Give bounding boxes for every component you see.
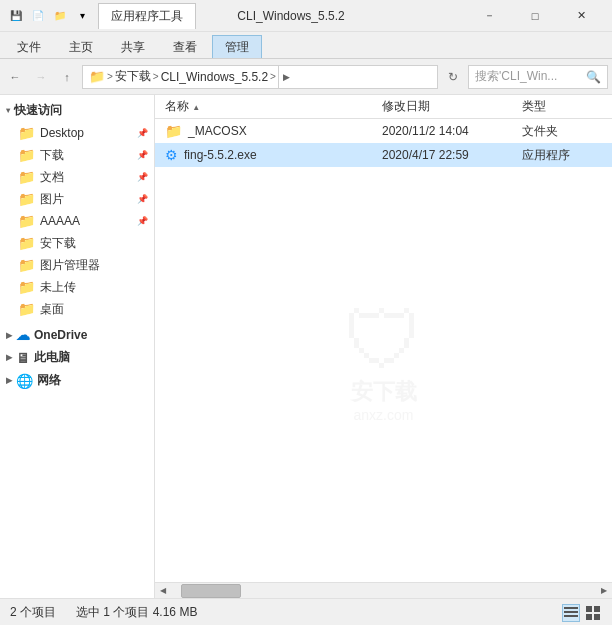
- sidebar-item-desktop[interactable]: 📁 Desktop 📌: [0, 122, 154, 144]
- sidebar-section-network[interactable]: ▶ 🌐 网络: [0, 369, 154, 392]
- fing-date: 2020/4/17 22:59: [382, 148, 522, 162]
- this-pc-arrow: ▶: [6, 353, 12, 362]
- watermark: 🛡 安下载 anxz.com: [344, 295, 424, 423]
- dropdown-icon[interactable]: ▾: [74, 8, 90, 24]
- sidebar-item-anzai[interactable]: 📁 安下载: [0, 232, 154, 254]
- hscroll-left-btn[interactable]: ◀: [155, 583, 171, 599]
- search-icon: 🔍: [586, 70, 601, 84]
- blank-icon: 📄: [30, 8, 46, 24]
- save-icon: 💾: [8, 8, 24, 24]
- col-date[interactable]: 修改日期: [382, 98, 522, 115]
- sort-arrow: ▲: [192, 103, 200, 112]
- breadcrumb-dropdown[interactable]: ▶: [278, 65, 294, 89]
- col-type[interactable]: 类型: [522, 98, 602, 115]
- svg-rect-1: [564, 611, 578, 613]
- quick-access-label: 快速访问: [14, 102, 62, 119]
- tab-file[interactable]: 文件: [4, 36, 54, 58]
- breadcrumb-item-downloads[interactable]: 安下载: [115, 68, 151, 85]
- col-type-label: 类型: [522, 99, 546, 113]
- sidebar-item-aaaaa[interactable]: 📁 AAAAA 📌: [0, 210, 154, 232]
- up-button[interactable]: ↑: [56, 66, 78, 88]
- ribbon: 文件 主页 共享 查看 管理: [0, 32, 612, 59]
- watermark-text: 安下载: [344, 377, 424, 407]
- hscroll-right-btn[interactable]: ▶: [596, 583, 612, 599]
- col-name-label: 名称: [165, 99, 189, 113]
- tab-share[interactable]: 共享: [108, 36, 158, 58]
- tab-view[interactable]: 查看: [160, 36, 210, 58]
- svg-rect-0: [564, 607, 578, 609]
- details-view-icon: [564, 606, 578, 620]
- macosx-name: _MACOSX: [188, 124, 382, 138]
- folder-quick-icon: 📁: [52, 8, 68, 24]
- documents-folder-icon: 📁: [18, 169, 35, 185]
- statusbar: 2 个项目 选中 1 个项目 4.16 MB: [0, 598, 612, 625]
- svg-rect-2: [564, 615, 578, 617]
- main-layout: ▾ 快速访问 📁 Desktop 📌 📁 下载 📌 📁 文档 📌 📁 图片 📌 …: [0, 95, 612, 598]
- sidebar-item-pictures-label: 图片: [40, 191, 64, 208]
- sidebar-item-notup-label: 未上传: [40, 279, 76, 296]
- titlebar-quick-icons: 💾 📄 📁 ▾: [8, 8, 90, 24]
- sidebar-item-anzai-label: 安下载: [40, 235, 76, 252]
- sidebar-item-documents[interactable]: 📁 文档 📌: [0, 166, 154, 188]
- tab-home[interactable]: 主页: [56, 36, 106, 58]
- search-box[interactable]: 搜索'CLI_Win... 🔍: [468, 65, 608, 89]
- sidebar-item-downloads-label: 下载: [40, 147, 64, 164]
- imgmgr-folder-icon: 📁: [18, 257, 35, 273]
- maximize-button[interactable]: □: [512, 0, 558, 32]
- item-count: 2 个项目: [10, 604, 56, 621]
- sidebar-item-pictures[interactable]: 📁 图片 📌: [0, 188, 154, 210]
- svg-rect-5: [586, 614, 592, 620]
- notup-folder-icon: 📁: [18, 279, 35, 295]
- forward-button[interactable]: →: [30, 66, 52, 88]
- sidebar-item-desktop2[interactable]: 📁 桌面: [0, 298, 154, 320]
- titlebar: 💾 📄 📁 ▾ 应用程序工具 CLI_Windows_5.5.2 － □ ✕: [0, 0, 612, 32]
- sidebar-item-imgmgr[interactable]: 📁 图片管理器: [0, 254, 154, 276]
- watermark-bag-icon: 🛡: [344, 295, 424, 387]
- tab-manage[interactable]: 管理: [212, 35, 262, 58]
- sidebar-item-imgmgr-label: 图片管理器: [40, 257, 100, 274]
- sidebar-item-notup[interactable]: 📁 未上传: [0, 276, 154, 298]
- col-date-label: 修改日期: [382, 99, 430, 113]
- sidebar-item-aaaaa-label: AAAAA: [40, 214, 80, 228]
- file-row-fing[interactable]: ⚙ fing-5.5.2.exe 2020/4/17 22:59 应用程序: [155, 143, 612, 167]
- view-tiles-button[interactable]: [584, 604, 602, 622]
- onedrive-arrow: ▶: [6, 331, 12, 340]
- network-arrow: ▶: [6, 376, 12, 385]
- quick-access-arrow: ▾: [6, 106, 10, 115]
- hscrollbar-track[interactable]: [171, 583, 596, 598]
- network-icon: 🌐: [16, 373, 33, 389]
- minimize-button[interactable]: －: [466, 0, 512, 32]
- sidebar-section-quick-access[interactable]: ▾ 快速访问: [0, 99, 154, 122]
- sidebar-section-onedrive[interactable]: ▶ ☁ OneDrive: [0, 324, 154, 346]
- pin-icon-pictures: 📌: [137, 194, 148, 204]
- view-details-button[interactable]: [562, 604, 580, 622]
- svg-rect-6: [594, 614, 600, 620]
- sidebar-item-desktop2-label: 桌面: [40, 301, 64, 318]
- filelist-header: 名称 ▲ 修改日期 类型: [155, 95, 612, 119]
- file-row-macosx[interactable]: 📁 _MACOSX 2020/11/2 14:04 文件夹: [155, 119, 612, 143]
- col-name[interactable]: 名称 ▲: [165, 98, 382, 115]
- sidebar-section-this-pc[interactable]: ▶ 🖥 此电脑: [0, 346, 154, 369]
- pictures-folder-icon: 📁: [18, 191, 35, 207]
- hscrollbar[interactable]: ◀ ▶: [155, 582, 612, 598]
- desktop-folder-icon: 📁: [18, 125, 35, 141]
- hscrollbar-thumb[interactable]: [181, 584, 241, 598]
- pin-icon-aaaaa: 📌: [137, 216, 148, 226]
- hscrollbar-container: ◀ ▶: [155, 582, 612, 598]
- close-button[interactable]: ✕: [558, 0, 604, 32]
- macosx-folder-icon: 📁: [165, 123, 182, 139]
- ribbon-tabs: 文件 主页 共享 查看 管理: [0, 32, 612, 58]
- network-label: 网络: [37, 372, 61, 389]
- breadcrumb[interactable]: 📁 > 安下载 > CLI_Windows_5.5.2 > ▶: [82, 65, 438, 89]
- fing-name: fing-5.5.2.exe: [184, 148, 382, 162]
- macosx-type: 文件夹: [522, 123, 602, 140]
- sidebar-item-documents-label: 文档: [40, 169, 64, 186]
- filelist-scroll: 📁 _MACOSX 2020/11/2 14:04 文件夹 ⚙ fing-5.5…: [155, 119, 612, 598]
- breadcrumb-sep3: >: [270, 71, 276, 82]
- back-button[interactable]: ←: [4, 66, 26, 88]
- refresh-button[interactable]: ↻: [442, 66, 464, 88]
- sidebar-item-downloads[interactable]: 📁 下载 📌: [0, 144, 154, 166]
- breadcrumb-item-folder[interactable]: CLI_Windows_5.5.2: [161, 70, 268, 84]
- sidebar: ▾ 快速访问 📁 Desktop 📌 📁 下载 📌 📁 文档 📌 📁 图片 📌 …: [0, 95, 155, 598]
- macosx-date: 2020/11/2 14:04: [382, 124, 522, 138]
